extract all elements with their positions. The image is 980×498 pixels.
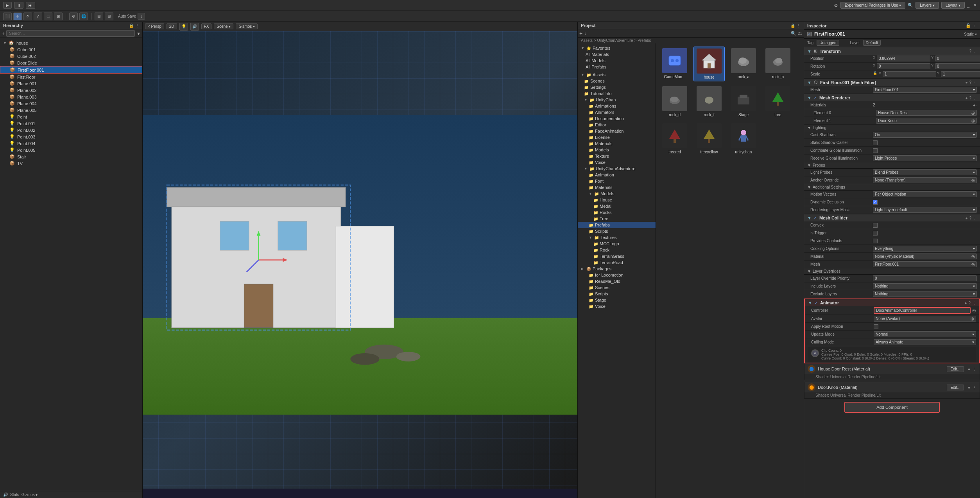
rotation-x[interactable] xyxy=(877,63,930,69)
tree-item-plane002[interactable]: 📦 Plane.002 xyxy=(0,87,142,93)
project-menu-icon[interactable]: ⋮ xyxy=(797,23,801,28)
animator-enable-icon[interactable]: ● xyxy=(964,301,967,305)
asset-unitychan[interactable]: unitychan xyxy=(728,122,759,156)
probes-section[interactable]: ▼ Probes xyxy=(804,162,980,169)
tree-item-house[interactable]: ▼ 🏠 house xyxy=(0,40,142,46)
tree-item-firstfloor[interactable]: 📦 FirstFloor xyxy=(0,74,142,80)
mesh-renderer-enable-icon[interactable]: ● xyxy=(965,96,967,100)
hierarchy-filter-icon[interactable]: ▼ xyxy=(136,31,141,36)
proj-materials-uca[interactable]: 📁 Materials xyxy=(578,184,656,191)
project-add-icon[interactable]: + xyxy=(579,30,582,36)
rotation-y[interactable] xyxy=(935,63,980,69)
proj-assets[interactable]: ▼ 📁 Assets xyxy=(578,72,656,78)
mesh-filter-enable-icon[interactable]: ● xyxy=(965,80,967,84)
proj-voice[interactable]: 📁 Voice xyxy=(578,159,656,165)
mesh-filter-question-icon[interactable]: ? xyxy=(969,80,971,84)
update-mode-value[interactable]: Normal▾ xyxy=(874,331,976,337)
transform-menu-icon[interactable]: ⋮ xyxy=(973,49,977,53)
proj-terraingrass[interactable]: 📁 TerrainGrass xyxy=(578,253,656,259)
pause-button[interactable]: ⏸ xyxy=(14,2,23,9)
minimize-icon[interactable]: _ xyxy=(967,3,969,8)
rotate-tool-button[interactable]: ↻ xyxy=(23,13,32,20)
transform-question-icon[interactable]: ? xyxy=(969,49,971,53)
combined-tool-button[interactable]: ⊞ xyxy=(54,13,63,20)
static-label[interactable]: Static ▾ xyxy=(964,32,977,36)
tree-item-point005[interactable]: 💡 Point.005 xyxy=(0,147,142,153)
tree-item-plane003[interactable]: 📦 Plane.003 xyxy=(0,93,142,100)
culling-mode-value[interactable]: Always Animate▾ xyxy=(874,339,976,345)
move-tool-button[interactable]: ✛ xyxy=(13,13,22,20)
tree-item-point002[interactable]: 💡 Point.002 xyxy=(0,127,142,133)
proj-animation-uca[interactable]: 📁 Animation xyxy=(578,172,656,178)
pivot-button[interactable]: ⊙ xyxy=(69,13,78,20)
layer-override-priority-input[interactable] xyxy=(873,275,977,281)
asset-treeyellow[interactable]: treeyellow xyxy=(693,122,725,156)
tree-item-tv[interactable]: 📦 TV xyxy=(0,160,142,167)
controller-pick-icon[interactable]: ◎ xyxy=(972,308,976,313)
layers-button[interactable]: Layers ▾ xyxy=(916,2,939,9)
proj-faceanimation[interactable]: 📁 FaceAnimation xyxy=(578,128,656,134)
cast-shadows-value[interactable]: On▾ xyxy=(873,132,977,138)
global-button[interactable]: 🌐 xyxy=(79,13,88,20)
proj-license[interactable]: 📁 License xyxy=(578,134,656,140)
door-knob-edit[interactable]: Edit... xyxy=(947,385,964,390)
house-door-rest-edit[interactable]: Edit... xyxy=(947,366,964,372)
mesh-collider-menu-icon[interactable]: ⋮ xyxy=(973,216,977,220)
scale-x[interactable] xyxy=(883,71,936,77)
tag-dropdown[interactable]: Untagged xyxy=(817,40,839,46)
persp-button[interactable]: < Persp xyxy=(145,23,164,29)
collider-material-value[interactable]: None (Physic Material)◎ xyxy=(873,253,977,259)
layout-button[interactable]: Layout ▾ xyxy=(941,2,965,9)
avatar-value[interactable]: None (Avatar)◎ xyxy=(874,316,976,322)
element1-value[interactable]: Door Knob◎ xyxy=(876,118,977,124)
dynamic-occlusion-checkbox[interactable]: ✓ xyxy=(873,200,878,205)
proj-for-locomotion[interactable]: 📁 for Locomotion xyxy=(578,272,656,278)
door-knob-menu[interactable]: ⋮ xyxy=(973,385,976,390)
tree-item-doorslide[interactable]: 📦 Door.Slide xyxy=(0,59,142,66)
asset-gameman[interactable]: GameMan... xyxy=(659,47,690,81)
asset-rock-a[interactable]: rock_a xyxy=(728,47,759,81)
motion-vectors-value[interactable]: Per Object Motion▾ xyxy=(873,191,977,197)
proj-rocks[interactable]: 📁 Rocks xyxy=(578,209,656,216)
proj-scenes[interactable]: 📁 Scenes xyxy=(578,78,656,84)
light-probes-value[interactable]: Blend Probes▾ xyxy=(873,169,977,175)
proj-editor[interactable]: 📁 Editor xyxy=(578,122,656,128)
tree-item-stair[interactable]: 📦 Stair xyxy=(0,153,142,160)
proj-scripts[interactable]: 📁 Scripts xyxy=(578,228,656,234)
proj-rock-tex[interactable]: 📁 Rock xyxy=(578,247,656,253)
proj-animations[interactable]: 📁 Animations xyxy=(578,103,656,109)
proj-medal[interactable]: 📁 Medal xyxy=(578,203,656,209)
stats-btn[interactable]: Stats xyxy=(10,493,19,497)
scale-y[interactable] xyxy=(941,71,980,77)
asset-rock-d[interactable]: rock_d xyxy=(659,84,690,119)
proj-all-prefabs[interactable]: All Prefabs xyxy=(578,64,656,70)
2d-button[interactable]: 2D xyxy=(167,23,177,29)
tree-item-firstfloor001[interactable]: 📦 FirstFloor.001 xyxy=(0,66,142,74)
is-trigger-checkbox[interactable] xyxy=(873,231,878,236)
animator-header[interactable]: ▼ ✓ Animator ● ? ⋮ xyxy=(805,299,979,306)
asset-house[interactable]: house xyxy=(693,47,725,81)
proj-models-uca[interactable]: ▼ 📁 Models xyxy=(578,191,656,197)
apply-root-motion-checkbox[interactable] xyxy=(874,324,878,329)
door-knob-enable[interactable]: ● xyxy=(968,385,970,390)
inspector-menu-icon[interactable]: ⋮ xyxy=(973,23,977,28)
audio-button[interactable]: 🔊 xyxy=(190,23,199,31)
position-x[interactable] xyxy=(877,56,930,61)
mesh-collider-check[interactable]: ✓ xyxy=(814,216,817,220)
proj-readme[interactable]: 📁 ReadMe_Old xyxy=(578,278,656,284)
proj-unitychan[interactable]: ▼ 📁 UnityChan xyxy=(578,97,656,103)
mesh-renderer-question-icon[interactable]: ? xyxy=(969,96,971,100)
proj-mcclogo[interactable]: 📁 MCCLogo xyxy=(578,241,656,247)
rect-tool-button[interactable]: ▭ xyxy=(44,13,52,20)
lighting-section[interactable]: ▼ Lighting xyxy=(804,125,980,131)
hierarchy-add-icon[interactable]: + xyxy=(2,31,5,37)
step-button[interactable]: ⏭ xyxy=(26,2,35,9)
animator-question-icon[interactable]: ? xyxy=(968,301,971,305)
door-knob-header[interactable]: 🟠 Door.Knob (Material) Edit... ● ⋮ xyxy=(804,382,980,392)
play-button[interactable]: ▶ xyxy=(3,2,12,9)
proj-texture[interactable]: 📁 Texture xyxy=(578,153,656,159)
asset-treered[interactable]: treered xyxy=(659,122,690,156)
viewport-canvas[interactable] xyxy=(143,31,577,489)
convex-checkbox[interactable] xyxy=(873,223,878,228)
proj-textures[interactable]: ▼ 📁 Textures xyxy=(578,234,656,241)
